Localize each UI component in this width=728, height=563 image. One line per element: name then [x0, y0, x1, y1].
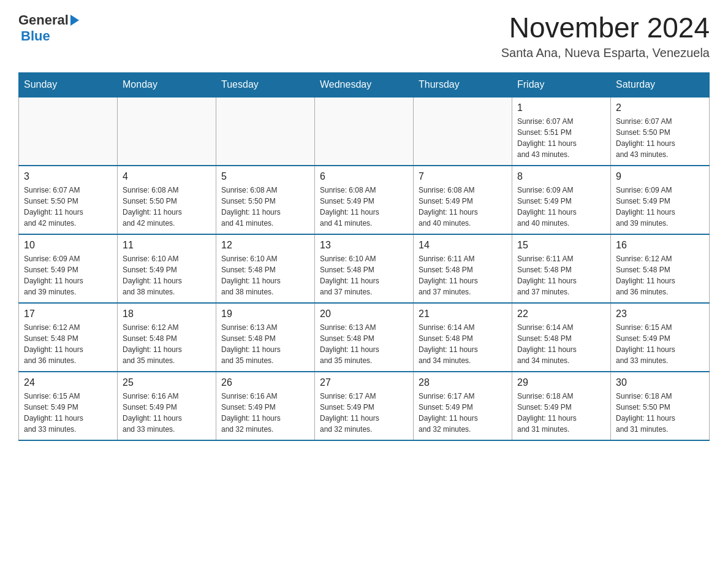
day-info: Sunrise: 6:13 AM Sunset: 5:48 PM Dayligh… [221, 322, 309, 366]
day-info: Sunrise: 6:18 AM Sunset: 5:50 PM Dayligh… [616, 391, 704, 435]
day-info: Sunrise: 6:07 AM Sunset: 5:50 PM Dayligh… [616, 116, 704, 160]
day-info: Sunrise: 6:09 AM Sunset: 5:49 PM Dayligh… [24, 253, 112, 297]
column-header-tuesday: Tuesday [216, 72, 315, 97]
day-info: Sunrise: 6:17 AM Sunset: 5:49 PM Dayligh… [419, 391, 507, 435]
day-number: 30 [616, 377, 704, 388]
calendar-day-cell: 17Sunrise: 6:12 AM Sunset: 5:48 PM Dayli… [19, 303, 118, 372]
day-info: Sunrise: 6:10 AM Sunset: 5:49 PM Dayligh… [123, 253, 211, 297]
calendar-day-cell: 18Sunrise: 6:12 AM Sunset: 5:48 PM Dayli… [118, 303, 216, 372]
calendar-day-cell: 15Sunrise: 6:11 AM Sunset: 5:48 PM Dayli… [512, 234, 611, 303]
day-info: Sunrise: 6:14 AM Sunset: 5:48 PM Dayligh… [517, 322, 605, 366]
day-info: Sunrise: 6:14 AM Sunset: 5:48 PM Dayligh… [419, 322, 507, 366]
day-number: 18 [123, 308, 211, 320]
day-info: Sunrise: 6:15 AM Sunset: 5:49 PM Dayligh… [24, 391, 112, 435]
day-number: 26 [221, 377, 309, 388]
day-number: 23 [616, 308, 704, 320]
column-header-thursday: Thursday [414, 72, 512, 97]
calendar-day-cell: 23Sunrise: 6:15 AM Sunset: 5:49 PM Dayli… [611, 303, 710, 372]
column-header-monday: Monday [118, 72, 216, 97]
day-number: 13 [320, 240, 408, 251]
calendar-day-cell: 25Sunrise: 6:16 AM Sunset: 5:49 PM Dayli… [118, 372, 216, 440]
calendar-day-cell: 26Sunrise: 6:16 AM Sunset: 5:49 PM Dayli… [216, 372, 315, 440]
header-row: SundayMondayTuesdayWednesdayThursdayFrid… [19, 72, 710, 97]
day-info: Sunrise: 6:16 AM Sunset: 5:49 PM Dayligh… [123, 391, 211, 435]
calendar-day-cell: 20Sunrise: 6:13 AM Sunset: 5:48 PM Dayli… [315, 303, 414, 372]
column-header-saturday: Saturday [611, 72, 710, 97]
day-info: Sunrise: 6:08 AM Sunset: 5:50 PM Dayligh… [221, 185, 309, 229]
page-header: General Blue November 2024 Santa Ana, Nu… [18, 12, 710, 60]
day-info: Sunrise: 6:08 AM Sunset: 5:50 PM Dayligh… [123, 185, 211, 229]
day-info: Sunrise: 6:16 AM Sunset: 5:49 PM Dayligh… [221, 391, 309, 435]
logo-triangle-icon [70, 15, 79, 26]
calendar-day-cell: 11Sunrise: 6:10 AM Sunset: 5:49 PM Dayli… [118, 234, 216, 303]
day-number: 20 [320, 308, 408, 320]
day-info: Sunrise: 6:12 AM Sunset: 5:48 PM Dayligh… [123, 322, 211, 366]
day-number: 11 [123, 240, 211, 251]
calendar-day-cell: 16Sunrise: 6:12 AM Sunset: 5:48 PM Dayli… [611, 234, 710, 303]
day-number: 17 [24, 308, 112, 320]
day-number: 6 [320, 171, 408, 182]
calendar-header: SundayMondayTuesdayWednesdayThursdayFrid… [19, 72, 710, 97]
day-info: Sunrise: 6:10 AM Sunset: 5:48 PM Dayligh… [221, 253, 309, 297]
day-number: 2 [616, 102, 704, 113]
day-number: 22 [517, 308, 605, 320]
column-header-sunday: Sunday [19, 72, 118, 97]
calendar-day-cell: 21Sunrise: 6:14 AM Sunset: 5:48 PM Dayli… [414, 303, 512, 372]
day-info: Sunrise: 6:13 AM Sunset: 5:48 PM Dayligh… [320, 322, 408, 366]
calendar-day-cell: 10Sunrise: 6:09 AM Sunset: 5:49 PM Dayli… [19, 234, 118, 303]
calendar-day-cell: 24Sunrise: 6:15 AM Sunset: 5:49 PM Dayli… [19, 372, 118, 440]
calendar-table: SundayMondayTuesdayWednesdayThursdayFrid… [18, 72, 710, 441]
day-number: 19 [221, 308, 309, 320]
calendar-day-cell: 29Sunrise: 6:18 AM Sunset: 5:49 PM Dayli… [512, 372, 611, 440]
calendar-week-row: 24Sunrise: 6:15 AM Sunset: 5:49 PM Dayli… [19, 372, 710, 440]
calendar-day-cell: 8Sunrise: 6:09 AM Sunset: 5:49 PM Daylig… [512, 166, 611, 234]
day-info: Sunrise: 6:09 AM Sunset: 5:49 PM Dayligh… [517, 185, 605, 229]
month-title: November 2024 [501, 12, 710, 44]
day-info: Sunrise: 6:12 AM Sunset: 5:48 PM Dayligh… [24, 322, 112, 366]
calendar-week-row: 17Sunrise: 6:12 AM Sunset: 5:48 PM Dayli… [19, 303, 710, 372]
calendar-day-cell: 19Sunrise: 6:13 AM Sunset: 5:48 PM Dayli… [216, 303, 315, 372]
day-info: Sunrise: 6:11 AM Sunset: 5:48 PM Dayligh… [419, 253, 507, 297]
calendar-day-cell: 3Sunrise: 6:07 AM Sunset: 5:50 PM Daylig… [19, 166, 118, 234]
logo-general-text: General [18, 12, 69, 28]
location-subtitle: Santa Ana, Nueva Esparta, Venezuela [501, 46, 710, 60]
day-info: Sunrise: 6:10 AM Sunset: 5:48 PM Dayligh… [320, 253, 408, 297]
day-number: 9 [616, 171, 704, 182]
day-number: 16 [616, 240, 704, 251]
day-number: 29 [517, 377, 605, 388]
day-info: Sunrise: 6:18 AM Sunset: 5:49 PM Dayligh… [517, 391, 605, 435]
day-number: 15 [517, 240, 605, 251]
day-number: 27 [320, 377, 408, 388]
day-info: Sunrise: 6:07 AM Sunset: 5:51 PM Dayligh… [517, 116, 605, 160]
calendar-day-cell [216, 97, 315, 166]
calendar-day-cell: 12Sunrise: 6:10 AM Sunset: 5:48 PM Dayli… [216, 234, 315, 303]
day-info: Sunrise: 6:08 AM Sunset: 5:49 PM Dayligh… [320, 185, 408, 229]
day-info: Sunrise: 6:08 AM Sunset: 5:49 PM Dayligh… [419, 185, 507, 229]
calendar-week-row: 1Sunrise: 6:07 AM Sunset: 5:51 PM Daylig… [19, 97, 710, 166]
calendar-day-cell: 22Sunrise: 6:14 AM Sunset: 5:48 PM Dayli… [512, 303, 611, 372]
day-number: 10 [24, 240, 112, 251]
calendar-day-cell: 30Sunrise: 6:18 AM Sunset: 5:50 PM Dayli… [611, 372, 710, 440]
day-number: 5 [221, 171, 309, 182]
calendar-day-cell: 2Sunrise: 6:07 AM Sunset: 5:50 PM Daylig… [611, 97, 710, 166]
day-info: Sunrise: 6:11 AM Sunset: 5:48 PM Dayligh… [517, 253, 605, 297]
calendar-day-cell: 14Sunrise: 6:11 AM Sunset: 5:48 PM Dayli… [414, 234, 512, 303]
day-number: 7 [419, 171, 507, 182]
day-number: 1 [517, 102, 605, 113]
calendar-day-cell: 7Sunrise: 6:08 AM Sunset: 5:49 PM Daylig… [414, 166, 512, 234]
column-header-wednesday: Wednesday [315, 72, 414, 97]
calendar-day-cell: 27Sunrise: 6:17 AM Sunset: 5:49 PM Dayli… [315, 372, 414, 440]
calendar-body: 1Sunrise: 6:07 AM Sunset: 5:51 PM Daylig… [19, 97, 710, 440]
day-info: Sunrise: 6:15 AM Sunset: 5:49 PM Dayligh… [616, 322, 704, 366]
day-number: 21 [419, 308, 507, 320]
calendar-week-row: 10Sunrise: 6:09 AM Sunset: 5:49 PM Dayli… [19, 234, 710, 303]
day-number: 4 [123, 171, 211, 182]
calendar-day-cell [315, 97, 414, 166]
calendar-day-cell: 9Sunrise: 6:09 AM Sunset: 5:49 PM Daylig… [611, 166, 710, 234]
calendar-day-cell: 28Sunrise: 6:17 AM Sunset: 5:49 PM Dayli… [414, 372, 512, 440]
calendar-day-cell: 5Sunrise: 6:08 AM Sunset: 5:50 PM Daylig… [216, 166, 315, 234]
logo: General Blue [18, 12, 79, 44]
day-info: Sunrise: 6:07 AM Sunset: 5:50 PM Dayligh… [24, 185, 112, 229]
day-info: Sunrise: 6:17 AM Sunset: 5:49 PM Dayligh… [320, 391, 408, 435]
calendar-day-cell [414, 97, 512, 166]
